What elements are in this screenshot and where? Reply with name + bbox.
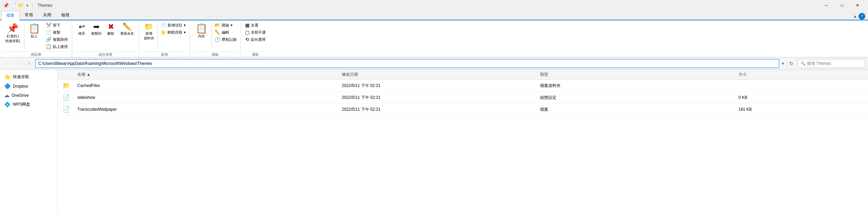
col-size[interactable]: 大小 <box>736 71 868 78</box>
window-controls: ─ □ ✕ <box>818 0 865 11</box>
address-bar-row: ← → ↑ C:\Users\Bitwar\AppData\Roaming\Mi… <box>0 57 868 70</box>
pin-to-quick-access-button[interactable]: 📌 釘選到 [快速存取] <box>3 22 23 46</box>
select-label: 選取 <box>244 51 267 57</box>
select-col: ▦ 全選 ▢ 全部不選 ⟲ 反向選擇 <box>244 22 267 43</box>
clipboard-label: 剪貼簿 <box>3 51 69 57</box>
file-list: 名稱 ▲ 修改日期 類型 大小 📁 CachedFiles 2022/5/11 … <box>58 70 868 215</box>
new-folder-button[interactable]: 📁 新增資料夾 <box>142 22 156 42</box>
copy-path-label: 複製路徑 <box>53 37 68 42</box>
paste-shortcut-button[interactable]: 📋 貼上捷徑 <box>44 43 69 50</box>
copy-to-button[interactable]: ➡ 複製到 <box>89 22 103 37</box>
move-label: 移至 <box>78 31 85 36</box>
history-icon: 🕐 <box>215 37 220 42</box>
file-size: 0 KB <box>736 93 868 102</box>
file-icon: 📁 <box>58 80 75 91</box>
sidebar-item-quick-access[interactable]: ⭐ 快速存取 <box>0 72 57 82</box>
new-small-col: 📄 新增項目 ▾ ⭐ 輕鬆存取 ▾ <box>159 22 187 36</box>
delete-button[interactable]: ✖ 刪除 <box>104 22 118 37</box>
sidebar-item-onedrive[interactable]: ☁ OneDrive <box>0 91 57 100</box>
history-button[interactable]: 🕐 歷程記錄 <box>213 36 238 43</box>
table-row[interactable]: 📁 CachedFiles 2022/5/11 下午 02:21 檔案資料夾 <box>58 80 868 92</box>
tab-share[interactable]: 共用 <box>38 10 56 20</box>
invert-selection-button[interactable]: ⟲ 反向選擇 <box>244 36 267 43</box>
file-list-header: 名稱 ▲ 修改日期 類型 大小 <box>58 70 868 80</box>
file-icon: 📄 <box>58 104 75 115</box>
sidebar-item-dropbox[interactable]: 🔷 Dropbox <box>0 82 57 91</box>
rename-label: 重新命名 <box>120 31 134 36</box>
sidebar: ⭐ 快速存取 🔷 Dropbox ☁ OneDrive 💠 WPS网盘 <box>0 70 58 215</box>
delete-label: 刪除 <box>107 31 114 36</box>
ribbon-group-organize: ↩ 移至 ➡ 複製到 ✖ 刪除 ✏️ 重新命名 組合管理 <box>72 22 139 57</box>
clipboard-small-col: ✂️ 剪下 📄 複製 🔗 複製路徑 📋 貼上捷徑 <box>44 22 69 50</box>
file-name: slideshow <box>75 93 339 102</box>
easy-access-icon: ⭐ <box>160 30 166 35</box>
address-dropdown-button[interactable]: ▾ <box>781 61 785 66</box>
file-type: 組態設定 <box>537 93 736 103</box>
col-type[interactable]: 類型 <box>537 71 736 78</box>
search-icon: 🔍 <box>801 61 806 66</box>
new-item-icon: 📄 <box>160 22 166 28</box>
table-row[interactable]: 📄 slideshow 2022/5/11 下午 02:21 組態設定 0 KB <box>58 92 868 104</box>
restore-button[interactable]: □ <box>834 0 850 11</box>
select-all-button[interactable]: ▦ 全選 <box>244 22 267 29</box>
select-none-button[interactable]: ▢ 全部不選 <box>244 29 267 36</box>
edit-button[interactable]: ✏️ 編輯 <box>213 29 238 36</box>
edit-label: 編輯 <box>222 30 229 35</box>
select-none-icon: ▢ <box>245 30 250 35</box>
file-size <box>736 84 868 88</box>
folder-icon: 📁 <box>18 2 24 8</box>
easy-access-button[interactable]: ⭐ 輕鬆存取 ▾ <box>159 29 187 36</box>
ribbon-group-clipboard: 📌 釘選到 [快速存取] 📋 貼上 ✂️ 剪下 📄 <box>0 22 72 57</box>
new-label: 新增 <box>142 51 187 57</box>
pin-label: 釘選到 [快速存取] <box>5 34 20 43</box>
refresh-button[interactable]: ↻ <box>787 59 796 68</box>
copy-icon: 📄 <box>46 30 52 35</box>
copy-path-button[interactable]: 🔗 複製路徑 <box>44 36 69 43</box>
forward-button[interactable]: → <box>14 59 23 68</box>
sidebar-item-onedrive-label: OneDrive <box>12 93 29 98</box>
tab-home[interactable]: 常用 <box>20 10 38 20</box>
file-type: 檔案資料夾 <box>537 81 736 91</box>
address-box[interactable]: C:\Users\Bitwar\AppData\Roaming\Microsof… <box>35 59 779 68</box>
select-all-label: 全選 <box>251 23 258 28</box>
minimize-button[interactable]: ─ <box>818 0 834 11</box>
dropbox-icon: 🔷 <box>4 83 11 89</box>
copy-button[interactable]: 📄 複製 <box>44 29 69 36</box>
sidebar-item-wps[interactable]: 💠 WPS网盘 <box>0 100 57 109</box>
close-button[interactable]: ✕ <box>850 0 865 11</box>
up-button[interactable]: ↑ <box>24 59 34 68</box>
search-box[interactable]: 🔍 <box>797 59 865 68</box>
open-icon: 📂 <box>215 22 220 28</box>
properties-label: 內容 <box>198 34 205 39</box>
properties-button[interactable]: 📋 內容 <box>193 22 210 41</box>
paste-shortcut-icon: 📋 <box>46 44 52 49</box>
easy-access-label: 輕鬆存取 <box>167 30 182 35</box>
properties-icon: 📋 <box>196 24 208 33</box>
tab-file[interactable]: 檔案 <box>1 11 20 20</box>
col-date[interactable]: 修改日期 <box>339 71 537 78</box>
table-row[interactable]: 📄 TranscodedWallpaper 2022/5/11 下午 02:21… <box>58 104 868 115</box>
help-button[interactable]: ? <box>859 13 865 20</box>
rename-button[interactable]: ✏️ 重新命名 <box>118 22 136 37</box>
sidebar-item-quick-access-label: 快速存取 <box>13 74 29 80</box>
cut-button[interactable]: ✂️ 剪下 <box>44 22 69 29</box>
rename-icon: ✏️ <box>122 23 132 31</box>
file-date: 2022/5/11 下午 02:21 <box>339 81 537 91</box>
search-input[interactable] <box>807 61 862 66</box>
file-date: 2022/5/11 下午 02:21 <box>339 93 537 103</box>
sidebar-item-wps-label: WPS网盘 <box>13 102 30 107</box>
col-name[interactable]: 名稱 ▲ <box>75 71 339 78</box>
col-icon <box>58 71 75 78</box>
ribbon-collapse-button[interactable]: ▲ <box>853 14 857 19</box>
new-content: 📁 新增資料夾 📄 新增項目 ▾ ⭐ 輕鬆存取 ▾ <box>142 22 187 51</box>
tab-view[interactable]: 檢視 <box>56 10 75 20</box>
address-input[interactable]: C:\Users\Bitwar\AppData\Roaming\Microsof… <box>38 61 776 66</box>
new-item-button[interactable]: 📄 新增項目 ▾ <box>159 22 187 29</box>
open-button[interactable]: 📂 開啟 ▾ <box>213 22 238 29</box>
organize-label: 組合管理 <box>75 51 136 57</box>
move-to-button[interactable]: ↩ 移至 <box>75 22 88 37</box>
new-item-arrow: ▾ <box>184 23 186 28</box>
divider <box>24 23 24 49</box>
back-button[interactable]: ← <box>3 59 12 68</box>
paste-button[interactable]: 📋 貼上 <box>26 22 43 41</box>
